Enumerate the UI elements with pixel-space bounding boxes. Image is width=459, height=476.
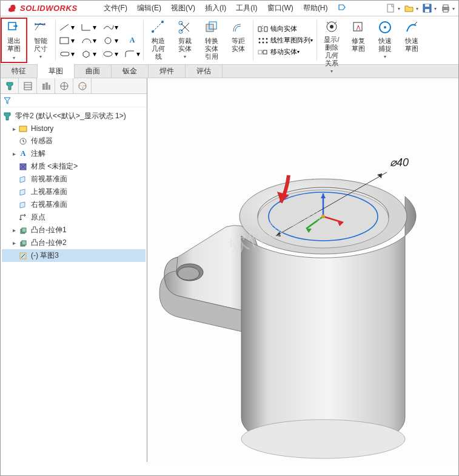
rectangle-tool[interactable]: ▾ bbox=[58, 35, 75, 47]
fillet-tool[interactable]: ▾ bbox=[124, 48, 141, 60]
convert-button[interactable]: 转换实体引用 bbox=[198, 18, 225, 63]
svg-rect-43 bbox=[19, 126, 27, 132]
move-button[interactable]: 移动实体 ▾ bbox=[257, 47, 313, 56]
repair-sketch-button[interactable]: 修复草图 bbox=[345, 18, 372, 63]
svg-rect-0 bbox=[387, 4, 394, 12]
text-tool[interactable]: A bbox=[124, 35, 141, 47]
svg-point-12 bbox=[152, 30, 154, 33]
svg-rect-5 bbox=[443, 5, 448, 7]
ribbon-toolbar: 退出草图 ▾ 智能尺寸 ▾ ▾ ▾ ▾ ▾ ▾ ▾ A ▾ ▾ ▾ ▾ 构造几何… bbox=[1, 16, 458, 65]
svg-rect-25 bbox=[263, 50, 267, 54]
tab-feature[interactable]: 特征 bbox=[1, 64, 38, 78]
tree-front-plane[interactable]: 前视基准面 bbox=[2, 173, 146, 186]
tree-extrude1[interactable]: ▸凸台-拉伸1 bbox=[2, 224, 146, 236]
construction-button[interactable]: 构造几何线 bbox=[145, 18, 172, 63]
smart-dimension-button[interactable]: 智能尺寸 ▾ bbox=[27, 18, 54, 63]
new-button[interactable]: ▾ bbox=[384, 2, 401, 15]
repair-sketch-label: 修复草图 bbox=[349, 37, 368, 53]
quick-sketch-label: 快速草图 bbox=[402, 37, 421, 53]
feature-tree: 零件2 (默认<<默认>_显示状态 1>) ▸History 传感器 ▸A注解 … bbox=[1, 107, 147, 264]
appearance-tab[interactable] bbox=[73, 78, 92, 93]
svg-rect-16 bbox=[206, 24, 213, 32]
offset-label: 等距实体 bbox=[229, 37, 248, 53]
mirror-button[interactable]: 镜向实体 bbox=[257, 24, 313, 33]
tree-root[interactable]: 零件2 (默认<<默认>_显示状态 1>) bbox=[2, 110, 146, 122]
offset-button[interactable]: 等距实体 bbox=[225, 18, 252, 63]
tree-origin[interactable]: 原点 bbox=[2, 211, 146, 224]
tree-extrude2[interactable]: ▸凸台-拉伸2 bbox=[2, 236, 146, 249]
filter-icon bbox=[3, 96, 12, 105]
tab-sketch[interactable]: 草图 bbox=[38, 64, 75, 79]
tree-root-label: 零件2 (默认<<默认>_显示状态 1>) bbox=[15, 111, 126, 121]
menu-insert[interactable]: 插入(I) bbox=[200, 1, 231, 16]
svg-rect-38 bbox=[42, 84, 45, 90]
graphics-viewport[interactable]: ⌀40 软件自学网 bbox=[147, 78, 458, 462]
trim-button[interactable]: 剪裁实体 ▾ bbox=[172, 18, 198, 63]
feature-manager-panel: 零件2 (默认<<默认>_显示状态 1>) ▸History 传感器 ▸A注解 … bbox=[1, 78, 147, 462]
property-tab[interactable] bbox=[19, 78, 37, 93]
svg-point-27 bbox=[330, 25, 333, 28]
main-area: 零件2 (默认<<默认>_显示状态 1>) ▸History 传感器 ▸A注解 … bbox=[1, 78, 458, 462]
menu-view[interactable]: 视图(V) bbox=[166, 1, 200, 16]
svg-rect-39 bbox=[45, 82, 48, 90]
menu-help[interactable]: 帮助(H) bbox=[298, 1, 333, 16]
menu-search-icon[interactable] bbox=[333, 1, 351, 16]
config-tab[interactable] bbox=[37, 78, 55, 93]
tab-evaluate[interactable]: 评估 bbox=[186, 64, 223, 78]
print-button[interactable]: ▾ bbox=[439, 2, 456, 15]
tree-history[interactable]: ▸History bbox=[2, 122, 146, 135]
svg-point-23 bbox=[266, 41, 268, 43]
arc-tool[interactable]: ▾ bbox=[80, 35, 97, 47]
tree-sketch3[interactable]: (-) 草图3 bbox=[2, 249, 146, 262]
line-tool[interactable]: ▾ bbox=[58, 21, 75, 33]
pattern-group: 镜向实体 线性草图阵列 ▾ 移动实体 ▾ bbox=[255, 18, 315, 63]
svg-rect-8 bbox=[60, 38, 69, 44]
svg-point-9 bbox=[105, 38, 111, 44]
menu-edit[interactable]: 编辑(E) bbox=[132, 1, 166, 16]
tab-surface[interactable]: 曲面 bbox=[75, 64, 112, 78]
trim-label: 剪裁实体 bbox=[175, 37, 195, 53]
corner-tool[interactable]: ▾ bbox=[80, 21, 97, 33]
quick-sketch-button[interactable]: 快速草图 bbox=[398, 18, 425, 63]
menu-window[interactable]: 窗口(W) bbox=[263, 1, 298, 16]
tab-sheetmetal[interactable]: 钣金 bbox=[112, 64, 149, 78]
display-relations-button[interactable]: 显示/删除几何关系 ▾ bbox=[318, 18, 345, 63]
svg-point-52 bbox=[178, 267, 199, 280]
spline-tool[interactable]: ▾ bbox=[102, 21, 119, 33]
svg-point-53 bbox=[241, 420, 405, 458]
slot-tool[interactable]: ▾ bbox=[58, 48, 75, 60]
feature-tree-tab[interactable] bbox=[1, 78, 19, 93]
svg-point-21 bbox=[259, 41, 261, 43]
save-button[interactable]: ▾ bbox=[421, 2, 438, 15]
ellipse-tool[interactable]: ▾ bbox=[102, 48, 119, 60]
filter-bar[interactable] bbox=[1, 94, 147, 107]
dimension-label: ⌀40 bbox=[390, 156, 409, 169]
tree-sensors[interactable]: 传感器 bbox=[2, 135, 146, 147]
circle-tool[interactable]: ▾ bbox=[102, 35, 119, 47]
svg-rect-40 bbox=[49, 85, 50, 90]
tree-material[interactable]: 材质 <未指定> bbox=[2, 160, 146, 173]
dropdown-arrow-icon: ▾ bbox=[13, 54, 15, 62]
tree-top-plane[interactable]: 上视基准面 bbox=[2, 186, 146, 198]
display-relations-label: 显示/删除几何关系 bbox=[322, 36, 341, 67]
svg-rect-3 bbox=[425, 4, 429, 7]
tree-annotations[interactable]: ▸A注解 bbox=[2, 147, 146, 160]
quick-snap-button[interactable]: 快速捕捉 ▾ bbox=[372, 18, 398, 63]
dropdown-arrow-icon: ▾ bbox=[330, 67, 333, 75]
menu-tools[interactable]: 工具(I) bbox=[231, 1, 262, 16]
dimxpert-tab[interactable] bbox=[55, 78, 73, 93]
exit-sketch-label: 退出草图 bbox=[5, 37, 22, 53]
menu-file[interactable]: 文件(F) bbox=[99, 1, 132, 16]
tree-right-plane[interactable]: 右视基准面 bbox=[2, 198, 146, 211]
svg-rect-37 bbox=[24, 82, 32, 90]
tab-weldment[interactable]: 焊件 bbox=[149, 64, 186, 78]
quick-snap-label: 快速捕捉 bbox=[375, 37, 395, 53]
linear-pattern-button[interactable]: 线性草图阵列 ▾ bbox=[257, 36, 313, 45]
smart-dimension-label: 智能尺寸 bbox=[31, 37, 50, 53]
svg-rect-24 bbox=[258, 50, 262, 54]
svg-point-30 bbox=[384, 26, 386, 28]
exit-sketch-button[interactable]: 退出草图 ▾ bbox=[1, 18, 27, 63]
polygon-tool[interactable]: ▾ bbox=[80, 48, 97, 60]
open-button[interactable]: ▾ bbox=[403, 2, 420, 15]
svg-point-20 bbox=[266, 38, 268, 39]
